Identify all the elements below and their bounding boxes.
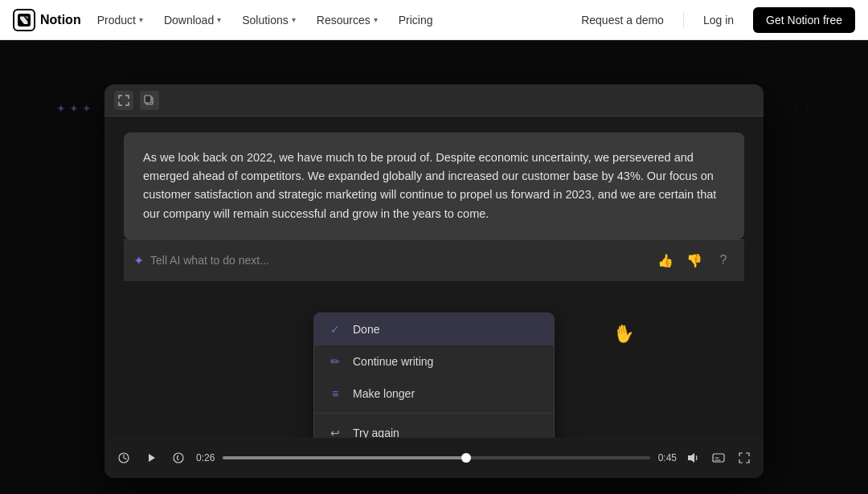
- ai-prompt-placeholder: Tell AI what to do next...: [150, 254, 648, 267]
- help-button[interactable]: ?: [712, 249, 735, 271]
- ai-text-block: As we look back on 2022, we have much to…: [124, 133, 744, 239]
- end-time: 0:45: [658, 452, 677, 463]
- video-controls: 0:26 0:45: [104, 438, 764, 478]
- volume-button[interactable]: [683, 448, 702, 467]
- rewind-button[interactable]: [169, 448, 188, 467]
- right-controls: 0:45: [658, 448, 754, 467]
- nav-product[interactable]: Product ▾: [88, 9, 153, 31]
- svg-rect-12: [145, 96, 151, 103]
- ai-prompt-bar[interactable]: ✦ Tell AI what to do next... 👍 👎 ?: [124, 239, 744, 281]
- pencil-icon: ✏: [327, 353, 343, 369]
- nav-solutions[interactable]: Solutions ▾: [232, 9, 305, 31]
- modal-toolbar: [104, 84, 764, 116]
- ai-sparkle-icon: ✦: [133, 253, 144, 268]
- star-decoration: ✦ ✦ ✦: [56, 102, 92, 115]
- fullscreen-button[interactable]: [735, 448, 754, 467]
- request-demo-button[interactable]: Request a demo: [568, 9, 677, 31]
- nav-right: Request a demo Log in Get Notion free: [568, 7, 855, 33]
- chevron-down-icon: ▾: [139, 15, 143, 24]
- loop-button[interactable]: [114, 448, 133, 467]
- navbar: Notion Product ▾ Download ▾ Solutions ▾ …: [0, 0, 868, 40]
- nav-download[interactable]: Download ▾: [154, 9, 231, 31]
- notion-logo-icon: [13, 9, 35, 31]
- captions-button[interactable]: [709, 448, 728, 467]
- nav-divider: [683, 12, 684, 28]
- dots-decoration-2: · · · · ·: [763, 104, 812, 113]
- menu-item-continue-writing[interactable]: ✏ Continue writing: [314, 345, 554, 378]
- menu-item-done[interactable]: ✓ Done: [314, 313, 554, 345]
- chevron-down-icon: ▾: [217, 15, 221, 24]
- play-button[interactable]: [141, 448, 161, 467]
- lines-icon: ≡: [327, 386, 343, 402]
- thumbs-down-button[interactable]: 👎: [683, 249, 706, 271]
- progress-thumb: [461, 453, 471, 463]
- get-notion-button[interactable]: Get Notion free: [753, 7, 855, 33]
- check-icon: ✓: [327, 321, 343, 337]
- progress-bar[interactable]: [223, 456, 649, 459]
- background-area: ✦ ✦ ✦ ✦ · · · · · · ✦ ✦ ✦ · · · · · · · …: [0, 40, 868, 494]
- svg-point-15: [174, 453, 183, 463]
- menu-divider: [314, 413, 554, 414]
- progress-fill: [223, 456, 466, 459]
- nav-items: Product ▾ Download ▾ Solutions ▾ Resourc…: [88, 9, 569, 31]
- current-time: 0:26: [196, 452, 215, 463]
- svg-marker-14: [149, 454, 155, 462]
- login-button[interactable]: Log in: [690, 9, 747, 31]
- ai-action-buttons: 👍 👎 ?: [654, 249, 735, 271]
- nav-resources[interactable]: Resources ▾: [307, 9, 387, 31]
- svg-marker-16: [688, 453, 694, 463]
- notion-logo[interactable]: Notion: [13, 9, 81, 31]
- cursor-hand-icon: ✋: [612, 322, 637, 346]
- video-container: As we look back on 2022, we have much to…: [104, 84, 764, 478]
- ai-generated-text: As we look back on 2022, we have much to…: [143, 149, 725, 223]
- thumbs-up-button[interactable]: 👍: [654, 249, 677, 271]
- copy-icon[interactable]: [140, 91, 159, 110]
- resize-icon[interactable]: [114, 91, 133, 110]
- menu-item-make-longer[interactable]: ≡ Make longer: [314, 378, 554, 410]
- chevron-down-icon: ▾: [374, 15, 378, 24]
- notion-logo-text: Notion: [40, 13, 81, 27]
- chevron-down-icon: ▾: [292, 15, 296, 24]
- nav-pricing[interactable]: Pricing: [389, 9, 443, 31]
